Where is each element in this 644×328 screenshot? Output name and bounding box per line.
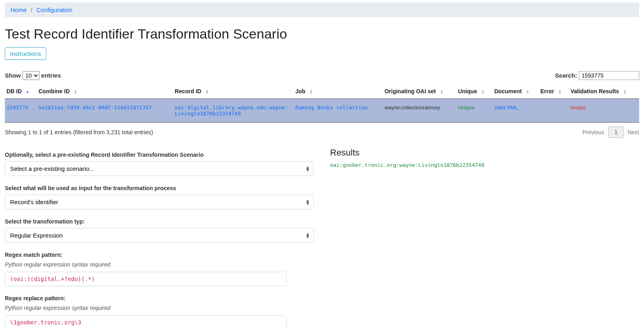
- transformation-type-select[interactable]: Regular Expression: [5, 228, 314, 243]
- search-input[interactable]: [579, 71, 639, 80]
- sort-icon: ▲▼: [205, 89, 209, 94]
- table-row[interactable]: 1593775 5e2b11ea-7d39-49c1-80df-51643187…: [5, 99, 639, 123]
- pager: Previous 1 Next: [582, 127, 639, 138]
- cell-job[interactable]: Ramsey Books collection: [294, 99, 383, 123]
- sort-icon: ▲▼: [481, 89, 485, 94]
- cell-db-id[interactable]: 1593775: [5, 99, 37, 123]
- col-error[interactable]: Error ▲▼: [539, 84, 569, 99]
- entries-length-select[interactable]: 10: [23, 71, 39, 80]
- pager-next[interactable]: Next: [627, 129, 639, 135]
- show-prefix: Show: [5, 72, 21, 79]
- cell-record-id[interactable]: oai:digital.library.wayne.edu:wayne:Livi…: [173, 99, 294, 123]
- regex-match-hint: Python regular expression syntax require…: [5, 261, 314, 268]
- show-suffix: entries: [41, 72, 61, 79]
- results-value: oai:goober.tronic.org:wayne:Livingto1876…: [330, 162, 639, 168]
- cell-combine-id[interactable]: 5e2b11ea-7d39-49c1-80df-516431871357: [37, 99, 173, 123]
- col-oai-set[interactable]: Originating OAI set ▲▼: [383, 84, 456, 99]
- input-type-select[interactable]: Record's identifier: [5, 195, 314, 209]
- table-info: Showing 1 to 1 of 1 entries (filtered fr…: [5, 129, 153, 135]
- sort-icon: ▲▼: [310, 89, 313, 94]
- breadcrumb-configuration[interactable]: Configuration: [37, 6, 72, 13]
- regex-match-input[interactable]: [5, 272, 287, 286]
- cell-oai-set: wayne:collectionramsey: [383, 99, 456, 123]
- sort-icon: ▲▼: [526, 89, 529, 94]
- regex-replace-label: Regex replace pattern:: [5, 295, 314, 301]
- scenario-select[interactable]: Select a pre-existing scenario...: [5, 161, 314, 176]
- regex-replace-hint: Python regular expression syntax require…: [5, 305, 314, 311]
- entries-length-control: Show 10 entries: [5, 71, 61, 80]
- col-document[interactable]: Document ▲▼: [493, 84, 539, 99]
- cell-document[interactable]: Valid XML: [493, 99, 539, 123]
- col-record-id[interactable]: Record ID ▲▼: [173, 84, 294, 99]
- page-title: Test Record Identifier Transformation Sc…: [5, 26, 639, 42]
- sort-icon: ▲▼: [74, 89, 77, 94]
- regex-replace-input[interactable]: [5, 315, 287, 328]
- input-type-label: Select what will be used as input for th…: [5, 185, 314, 191]
- cell-unique: Unique: [456, 99, 493, 123]
- cell-error: [539, 99, 569, 123]
- breadcrumb-separator: /: [28, 6, 35, 13]
- transformation-type-label: Select the transformation typ:: [5, 218, 314, 225]
- sort-icon: ▲▼: [558, 89, 562, 94]
- scenario-label: Optionally, select a pre-existing Record…: [5, 152, 314, 158]
- search-label: Search:: [555, 72, 577, 79]
- breadcrumb-home[interactable]: Home: [10, 6, 27, 13]
- sort-icon: ▲▼: [440, 89, 444, 94]
- pager-previous[interactable]: Previous: [582, 129, 604, 135]
- sort-icon: ▲▼: [623, 89, 627, 94]
- col-unique[interactable]: Unique ▲▼: [456, 84, 493, 99]
- col-job[interactable]: Job ▲▼: [294, 84, 383, 99]
- col-db-id[interactable]: DB ID ▲: [5, 84, 37, 99]
- breadcrumb: Home / Configuration: [5, 2, 639, 17]
- cell-validation: Invalid: [569, 99, 639, 123]
- records-table: DB ID ▲ Combine ID ▲▼ Record ID ▲▼ Job ▲…: [5, 84, 639, 123]
- pager-page-1[interactable]: 1: [608, 127, 623, 138]
- col-validation[interactable]: Validation Results ▲▼: [569, 84, 639, 99]
- col-combine-id[interactable]: Combine ID ▲▼: [37, 84, 173, 99]
- sort-icon: ▲: [26, 90, 29, 93]
- instructions-button[interactable]: Instructions: [5, 47, 46, 60]
- regex-match-label: Regex match pattern:: [5, 252, 314, 258]
- search-control: Search:: [555, 71, 639, 80]
- results-title: Results: [330, 148, 639, 158]
